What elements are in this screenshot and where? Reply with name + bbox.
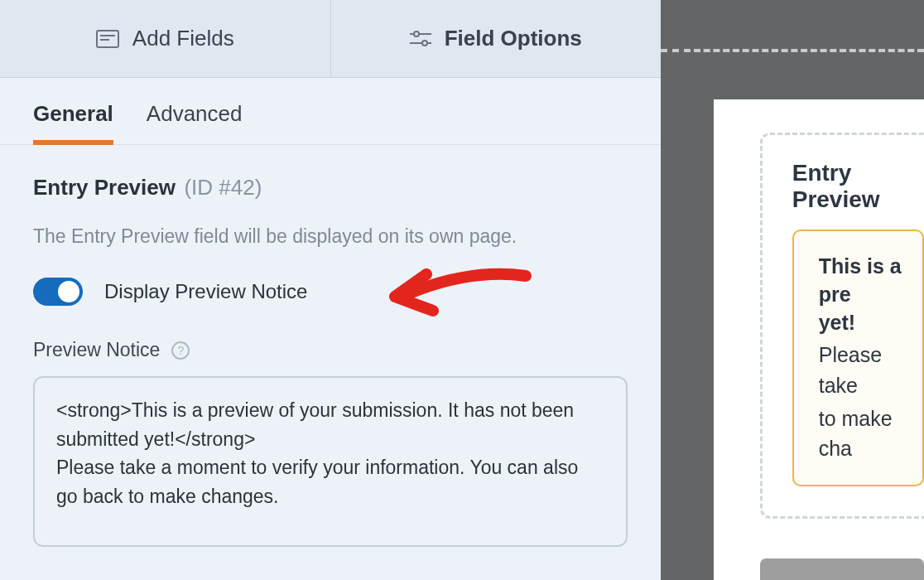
- section-title: Entry Preview: [33, 175, 176, 200]
- toggle-label: Display Preview Notice: [104, 280, 307, 303]
- section-description: The Entry Preview field will be displaye…: [33, 225, 628, 248]
- tab-add-fields-label: Add Fields: [132, 26, 234, 51]
- preview-notice-label: Preview Notice: [33, 339, 160, 361]
- svg-point-6: [422, 41, 427, 46]
- sliders-icon: [410, 30, 431, 48]
- preview-notice-textarea[interactable]: [33, 376, 628, 547]
- preview-heading: Entry Preview: [792, 160, 924, 213]
- sub-tabs: General Advanced: [0, 78, 661, 145]
- section-id: (ID #42): [184, 175, 262, 200]
- help-icon[interactable]: ?: [171, 341, 190, 360]
- previous-button[interactable]: Previous: [760, 558, 924, 580]
- top-tabs: Add Fields Field Options: [0, 0, 661, 78]
- form-icon: [96, 30, 119, 48]
- notice-box: This is a pre yet! Please take to make c…: [792, 230, 924, 486]
- entry-preview-box: Entry Preview This is a pre yet! Please …: [760, 133, 924, 519]
- toggle-knob: [58, 281, 79, 302]
- svg-point-4: [414, 31, 419, 36]
- notice-line3: Please take: [819, 340, 922, 400]
- tab-add-fields[interactable]: Add Fields: [0, 0, 330, 77]
- dashed-divider-right: [694, 49, 924, 52]
- display-preview-notice-toggle[interactable]: [33, 278, 83, 306]
- dashed-divider: [661, 49, 691, 52]
- tab-field-options[interactable]: Field Options: [330, 0, 662, 77]
- preview-card: Entry Preview This is a pre yet! Please …: [714, 99, 924, 580]
- notice-bold-line1: This is a pre: [819, 253, 922, 309]
- subtab-advanced[interactable]: Advanced: [147, 101, 243, 144]
- notice-bold-line2: yet!: [819, 309, 922, 337]
- annotation-arrow-icon: [385, 259, 534, 334]
- notice-line4: to make cha: [819, 404, 922, 464]
- tab-field-options-label: Field Options: [445, 26, 582, 51]
- subtab-general[interactable]: General: [33, 101, 113, 145]
